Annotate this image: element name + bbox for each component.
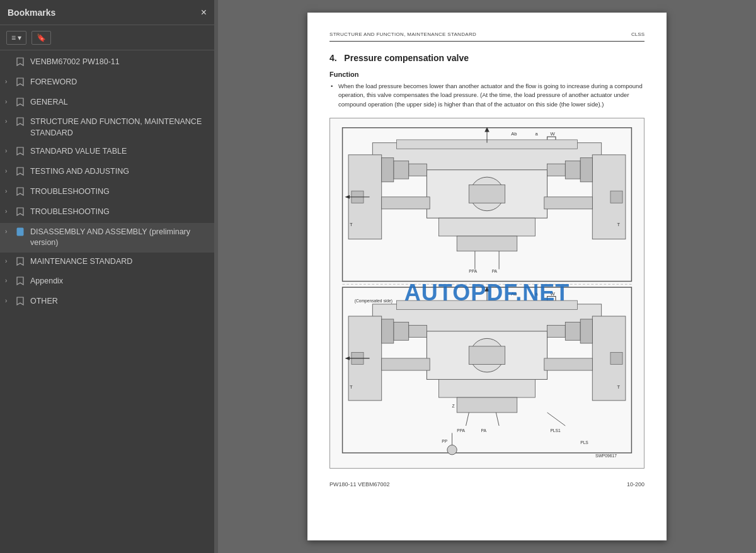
svg-rect-70 [457,397,517,413]
svg-marker-40 [345,195,350,199]
svg-text:Z: Z [452,404,455,408]
svg-marker-3 [17,118,23,125]
bookmark-icon [16,227,26,239]
sidebar-item-standard[interactable]: ›STANDARD VALUE TABLE [0,142,214,162]
page-header-right: CLSS [631,31,644,37]
bookmark-icon [16,276,26,288]
sidebar-item-testing[interactable]: ›TESTING AND ADJUSTING [0,162,214,183]
svg-rect-41 [547,164,566,176]
svg-line-73 [496,413,499,426]
expand-arrow-icon: › [5,147,14,156]
expand-arrow-icon: › [5,98,14,106]
sidebar-item-troubleshooting1[interactable]: ›TROUBLESHOOTING [0,183,214,203]
sidebar-item-label: STRUCTURE AND FUNCTION, MAINTENANCE STAN… [30,117,209,139]
page-header: STRUCTURE AND FUNCTION, MAINTENANCE STAN… [329,31,644,42]
svg-rect-43 [580,157,592,181]
expand-arrow-icon: › [5,297,14,305]
svg-marker-12 [17,297,23,305]
bookmark-icon [16,57,26,69]
expand-arrow-icon: › [5,257,14,266]
page-footer: PW180-11 VEBM67002 10-200 [329,476,644,487]
view-options-button[interactable]: ≡ ▾ [6,31,26,45]
sidebar-item-label: TROUBLESHOOTING [30,186,209,198]
pdf-page: STRUCTURE AND FUNCTION, MAINTENANCE STAN… [307,13,667,540]
svg-rect-45 [394,161,409,179]
bookmark-icon [16,77,26,89]
svg-rect-61 [610,352,622,364]
svg-marker-0 [17,58,23,66]
svg-text:SWP09617: SWP09617 [595,453,617,457]
sidebar-item-appendix[interactable]: ›Appendix [0,272,214,292]
sidebar-item-disassembly[interactable]: ›DISASSEMBLY AND ASSEMBLY (preliminary v… [0,223,214,253]
svg-rect-88 [394,322,409,340]
sidebar-item-general[interactable]: ›GENERAL [0,93,214,113]
dropdown-arrow-icon: ▾ [18,33,21,42]
bookmark-icon [16,147,26,159]
sidebar-item-troubleshooting2[interactable]: ›TROUBLESHOOTING [0,203,214,223]
sidebar-item-label: GENERAL [30,97,209,108]
svg-line-74 [547,413,566,426]
sidebar-item-structure[interactable]: ›STRUCTURE AND FUNCTION, MAINTENANCE STA… [0,113,214,142]
svg-rect-86 [580,319,592,343]
svg-rect-35 [439,218,536,236]
svg-text:T: T [617,384,620,389]
sidebar-item-label: MAINTENANCE STANDARD [30,256,209,268]
svg-rect-84 [547,325,566,337]
expand-arrow-icon: › [5,276,14,285]
svg-marker-11 [17,277,23,285]
svg-rect-89 [382,319,394,343]
svg-marker-5 [17,168,23,175]
svg-rect-26 [469,185,505,203]
svg-text:W: W [550,131,555,137]
sidebar-item-foreword[interactable]: ›FOREWORD [0,73,214,93]
svg-rect-23 [610,191,622,203]
bookmark-button[interactable]: 🔖 [32,31,51,45]
svg-text:Ab: Ab [511,290,517,296]
svg-rect-46 [382,157,394,181]
svg-rect-36 [457,236,517,251]
svg-rect-69 [439,379,536,397]
expand-arrow-icon: › [5,117,14,126]
bookmark-icon: 🔖 [37,33,46,42]
sidebar: Bookmarks × ≡ ▾ 🔖 VENBM67002 PW180-11›FO… [0,0,214,553]
function-label: Function [329,71,644,78]
sidebar-item-label: OTHER [30,296,209,307]
svg-text:T: T [350,221,353,227]
svg-rect-28 [544,197,592,208]
svg-text:T: T [617,221,620,227]
bookmark-icon [16,98,26,110]
sidebar-toolbar: ≡ ▾ 🔖 [0,25,214,50]
sidebar-close-button[interactable]: × [201,8,207,18]
svg-text:T: T [350,384,353,389]
bookmark-icon [16,207,26,219]
bookmark-icon [16,297,26,309]
sidebar-item-label: Appendix [30,276,209,287]
svg-text:a: a [535,131,538,137]
svg-text:PPA: PPA [457,428,465,432]
svg-text:a: a [535,290,538,296]
sidebar-item-label: TESTING AND ADJUSTING [30,166,209,178]
main-content: STRUCTURE AND FUNCTION, MAINTENANCE STAN… [218,0,756,553]
svg-marker-2 [17,98,23,106]
svg-rect-44 [409,164,427,176]
sidebar-list: VENBM67002 PW180-11›FOREWORD›GENERAL›STR… [0,50,214,553]
sidebar-item-venbm[interactable]: VENBM67002 PW180-11 [0,53,214,73]
svg-rect-85 [565,322,580,340]
sidebar-item-other[interactable]: ›OTHER [0,292,214,312]
page-header-left: STRUCTURE AND FUNCTION, MAINTENANCE STAN… [329,31,476,37]
sidebar-item-label: STANDARD VALUE TABLE [30,146,209,157]
list-icon: ≡ [11,33,16,42]
bullet-text: When the load pressure becomes lower tha… [329,82,644,109]
svg-marker-83 [345,356,350,360]
sidebar-title: Bookmarks [8,8,55,18]
svg-marker-7 [17,208,23,215]
expand-arrow-icon: › [5,77,14,86]
svg-text:(Compensated side): (Compensated side) [355,299,392,304]
sidebar-item-label: TROUBLESHOOTING [30,207,209,218]
sidebar-item-maintenance[interactable]: ›MAINTENANCE STANDARD [0,253,214,273]
footer-right: 10-200 [627,481,644,487]
svg-marker-1 [17,78,23,86]
page-container[interactable]: STRUCTURE AND FUNCTION, MAINTENANCE STAN… [218,0,756,553]
svg-marker-4 [17,147,23,155]
svg-text:PPA: PPA [469,269,477,273]
